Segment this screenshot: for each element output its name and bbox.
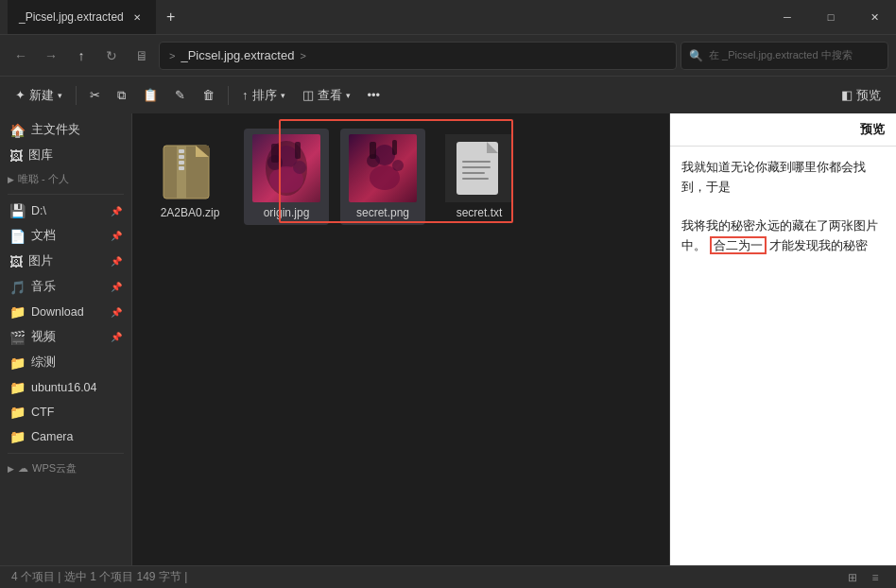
chevron-wps-icon: ▶ xyxy=(8,464,14,474)
sidebar-item-browse-label: 综测 xyxy=(31,355,56,371)
view-label: 查看 xyxy=(318,87,342,104)
more-button[interactable]: ••• xyxy=(360,84,388,106)
rename-button[interactable]: ✎ xyxy=(167,84,193,106)
svg-rect-4 xyxy=(179,155,184,159)
paste-button[interactable]: 📋 xyxy=(135,84,165,106)
address-path[interactable]: > _Picsel.jpg.extracted > xyxy=(159,42,677,70)
cut-icon: ✂ xyxy=(90,88,100,102)
sidebar-item-ctf[interactable]: 📁 CTF xyxy=(2,400,129,424)
home-icon: 🏠 xyxy=(9,123,26,138)
sidebar-item-ubuntu[interactable]: 📁 ubuntu16.04 xyxy=(2,375,129,400)
path-chevron-icon: > xyxy=(300,50,305,61)
download-folder-icon: 📁 xyxy=(9,304,26,320)
refresh-icon: ↻ xyxy=(106,48,117,63)
view-button[interactable]: ◫ 查看 ▾ xyxy=(295,83,358,108)
svg-rect-2 xyxy=(177,146,186,199)
toolbar-divider-2 xyxy=(228,86,229,105)
pin-icon-pictures: 📌 xyxy=(111,256,122,267)
ubuntu-icon: 📁 xyxy=(9,380,26,395)
cut-button[interactable]: ✂ xyxy=(82,84,108,106)
preview-text-1: 我就知道无论你藏到哪里你都会找到，于是 xyxy=(681,160,866,194)
file-item-secret-png[interactable]: secret.png xyxy=(340,129,425,225)
sidebar: 🏠 主文件夹 🖼 图库 ▶ 唯聪 - 个人 💾 D:\ 📌 📄 文档 📌 🖼 图… xyxy=(0,113,132,565)
pc-icon-button[interactable]: 🖥 xyxy=(129,43,155,69)
sort-label: 排序 xyxy=(252,87,277,104)
camera-icon: 📁 xyxy=(9,429,26,444)
close-button[interactable]: ✕ xyxy=(853,0,896,34)
address-bar: ← → ↑ ↻ 🖥 > _Picsel.jpg.extracted > 🔍 在 … xyxy=(0,34,896,76)
preview-button[interactable]: ◧ 预览 xyxy=(834,83,888,108)
sidebar-section-wps[interactable]: ▶ ☁ WPS云盘 xyxy=(0,458,131,479)
sort-button[interactable]: ↑ 排序 ▾ xyxy=(234,83,293,108)
pin-icon-download: 📌 xyxy=(111,307,122,318)
path-label: _Picsel.jpg.extracted xyxy=(181,48,294,62)
sidebar-item-camera[interactable]: 📁 Camera xyxy=(2,424,129,449)
title-bar: _Picsel.jpg.extracted ✕ + ─ □ ✕ xyxy=(0,0,896,34)
sidebar-item-camera-label: Camera xyxy=(31,430,73,443)
new-button[interactable]: ✦ 新建 ▾ xyxy=(8,83,70,108)
tab-label: _Picsel.jpg.extracted xyxy=(19,10,124,24)
sidebar-item-docs[interactable]: 📄 文档 📌 xyxy=(2,223,129,249)
up-button[interactable]: ↑ xyxy=(68,43,95,69)
pin-icon: 📌 xyxy=(111,206,122,216)
video-icon: 🎬 xyxy=(9,330,26,345)
preview-content: 我就知道无论你藏到哪里你都会找到，于是 我将我的秘密永远的藏在了两张图片中。 合… xyxy=(670,147,896,565)
svg-point-18 xyxy=(392,160,404,171)
origin-image xyxy=(252,134,320,202)
copy-button[interactable]: ⧉ xyxy=(110,84,133,107)
sidebar-item-browse[interactable]: 📁 综测 xyxy=(2,350,129,375)
file-item-secret-txt[interactable]: secret.txt xyxy=(437,129,522,225)
file-item-origin[interactable]: origin.jpg xyxy=(244,129,329,225)
secret-txt-file-label: secret.txt xyxy=(457,206,503,219)
active-tab[interactable]: _Picsel.jpg.extracted ✕ xyxy=(8,0,156,34)
sidebar-item-home[interactable]: 🏠 主文件夹 xyxy=(2,117,129,143)
plus-icon: + xyxy=(166,9,175,26)
svg-rect-19 xyxy=(370,142,376,159)
main-area: 🏠 主文件夹 🖼 图库 ▶ 唯聪 - 个人 💾 D:\ 📌 📄 文档 📌 🖼 图… xyxy=(0,113,896,565)
sidebar-divider-2 xyxy=(8,453,124,454)
forward-icon: → xyxy=(44,48,58,63)
sidebar-section-personal[interactable]: ▶ 唯聪 - 个人 xyxy=(0,168,131,190)
forward-button[interactable]: → xyxy=(38,43,64,69)
svg-rect-14 xyxy=(295,142,301,159)
minimize-button[interactable]: ─ xyxy=(766,0,809,34)
preview-header: 预览 xyxy=(670,113,896,147)
grid-view-button[interactable]: ⊞ xyxy=(843,568,862,587)
secret-png-image xyxy=(349,134,417,202)
preview-header-label: 预览 xyxy=(860,122,885,136)
delete-button[interactable]: 🗑 xyxy=(195,84,222,106)
svg-rect-6 xyxy=(179,166,184,170)
sidebar-item-photos[interactable]: 🖼 图库 xyxy=(2,143,129,168)
sidebar-item-pictures[interactable]: 🖼 图片 📌 xyxy=(2,249,129,274)
tab-close-button[interactable]: ✕ xyxy=(129,9,145,25)
drive-icon: 💾 xyxy=(9,203,26,218)
new-tab-button[interactable]: + xyxy=(156,0,186,34)
search-bar[interactable]: 🔍 在 _Picsel.jpg.extracted 中搜索 xyxy=(681,42,888,70)
back-button[interactable]: ← xyxy=(8,43,34,69)
sidebar-personal-label: 唯聪 - 个人 xyxy=(18,172,69,186)
up-icon: ↑ xyxy=(78,48,85,63)
sidebar-item-music[interactable]: 🎵 音乐 📌 xyxy=(2,274,129,300)
file-item-zip[interactable]: 2A2BA0.zip xyxy=(147,129,233,225)
sidebar-item-download[interactable]: 📁 Download 📌 xyxy=(2,300,129,324)
sidebar-item-video[interactable]: 🎬 视频 📌 xyxy=(2,324,129,350)
view-chevron-icon: ▾ xyxy=(346,91,351,100)
file-area[interactable]: 2A2BA0.zip origin.jpg xyxy=(132,113,669,565)
status-info: 4 个项目 | 选中 1 个项目 149 字节 | xyxy=(11,569,187,585)
sort-chevron-icon: ▾ xyxy=(281,91,285,100)
preview-text-3: 才能发现我的秘密 xyxy=(769,238,868,252)
sidebar-item-drive-d[interactable]: 💾 D:\ 📌 xyxy=(2,199,129,223)
pictures-icon: 🖼 xyxy=(9,254,23,269)
chevron-right-icon: > xyxy=(169,50,175,61)
delete-icon: 🗑 xyxy=(202,88,215,102)
search-placeholder: 在 _Picsel.jpg.extracted 中搜索 xyxy=(709,48,853,62)
svg-rect-20 xyxy=(392,140,397,155)
preview-icon: ◧ xyxy=(841,88,853,102)
list-view-button[interactable]: ≡ xyxy=(866,568,885,587)
maximize-button[interactable]: □ xyxy=(809,0,853,34)
close-window-icon: ✕ xyxy=(870,11,879,24)
pin-icon-music: 📌 xyxy=(111,282,122,292)
refresh-button[interactable]: ↻ xyxy=(98,43,125,69)
pc-icon: 🖥 xyxy=(135,48,148,63)
svg-rect-5 xyxy=(179,161,184,164)
